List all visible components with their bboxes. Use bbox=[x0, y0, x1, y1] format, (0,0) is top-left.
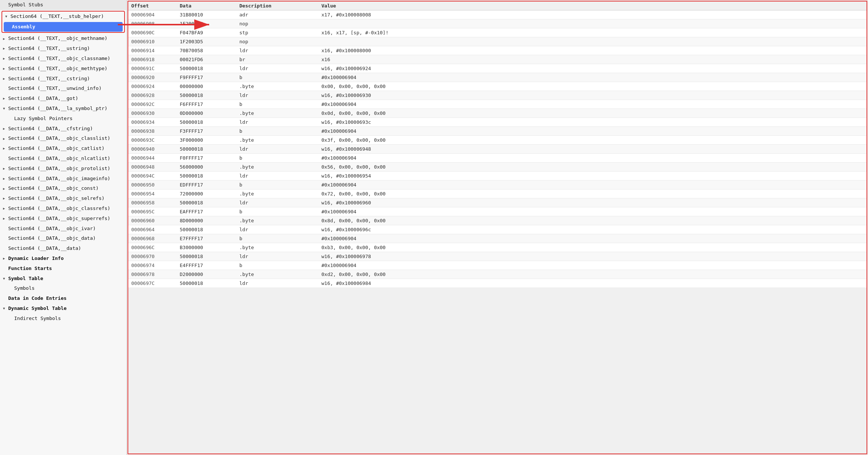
sidebar-item-section64-selrefs[interactable]: Section64 (__DATA,__objc_selrefs) bbox=[0, 194, 126, 204]
sidebar-item-label: Section64 (__DATA,__objc_nlcatlist) bbox=[8, 155, 110, 163]
cell-offset: 00006910 bbox=[131, 39, 180, 44]
table-row[interactable]: 0000690431B80010adrx17, #0x100008008 bbox=[128, 10, 867, 19]
table-row[interactable]: 0000697C50000018ldrw16, #0x100006984 bbox=[128, 279, 867, 288]
sidebar-item-section64-ivar[interactable]: Section64 (__DATA,__objc_ivar) bbox=[0, 224, 126, 234]
table-row[interactable]: 0000693C3F000000.byte0x3f, 0x00, 0x00, 0… bbox=[128, 136, 867, 145]
sidebar-item-indirect-symbols[interactable]: Indirect Symbols bbox=[0, 314, 126, 324]
sidebar-item-section64-methtype[interactable]: Section64 (__TEXT,__objc_methtype) bbox=[0, 64, 126, 74]
triangle-icon bbox=[3, 36, 7, 41]
table-row[interactable]: 0000695CEAFFFF17b#0x100006904 bbox=[128, 207, 867, 216]
table-row[interactable]: 0000695472000000.byte0x72, 0x00, 0x00, 0… bbox=[128, 189, 867, 198]
cell-data: 50000018 bbox=[180, 254, 239, 259]
sidebar-item-section64-ustring[interactable]: Section64 (__TEXT,__ustring) bbox=[0, 44, 126, 54]
cell-value: 0xb3, 0x00, 0x00, 0x00 bbox=[321, 245, 864, 250]
sidebar-item-symbols[interactable]: Symbols bbox=[0, 283, 126, 294]
table-row[interactable]: 00006944F0FFFF17b#0x100006904 bbox=[128, 154, 867, 163]
sidebar-item-dynamic-symbol-table[interactable]: Dynamic Symbol Table bbox=[0, 304, 126, 314]
table-row[interactable]: 0000696CB3000000.byte0xb3, 0x00, 0x00, 0… bbox=[128, 243, 867, 252]
triangle-icon bbox=[3, 206, 7, 211]
cell-offset: 00006974 bbox=[131, 263, 180, 268]
sidebar-item-section64-const[interactable]: Section64 (__DATA,__objc_const) bbox=[0, 183, 126, 194]
sidebar-item-section64-data2[interactable]: Section64 (__DATA,__data) bbox=[0, 244, 126, 254]
sidebar-item-function-starts[interactable]: Function Starts bbox=[0, 264, 126, 274]
sidebar-item-section64-protolist[interactable]: Section64 (__DATA,__objc_protolist) bbox=[0, 164, 126, 174]
table-row[interactable]: 0000697050000018ldrw16, #0x100006978 bbox=[128, 252, 867, 261]
sidebar-item-section64-cfstring[interactable]: Section64 (__DATA,__cfstring) bbox=[0, 124, 126, 134]
table-row[interactable]: 0000692400000000.byte0x00, 0x00, 0x00, 0… bbox=[128, 82, 867, 91]
table-row[interactable]: 0000691470B70058ldrx16, #0x100008000 bbox=[128, 46, 867, 55]
table-row[interactable]: 0000690CF047BFA9stpx16, x17, [sp, #-0x10… bbox=[128, 28, 867, 37]
cell-offset: 0000694C bbox=[131, 173, 180, 179]
cell-desc: ldr bbox=[239, 173, 321, 179]
cell-value: #0x100006904 bbox=[321, 128, 864, 134]
sidebar-item-section64-catlist[interactable]: Section64 (__DATA,__objc_catlist) bbox=[0, 144, 126, 154]
table-row[interactable]: 00006920F9FFFF17b#0x100006904 bbox=[128, 73, 867, 82]
cell-desc: b bbox=[239, 263, 321, 268]
table-row[interactable]: 000069081F2003D5nop bbox=[128, 19, 867, 28]
table-row[interactable]: 00006974E4FFFF17b#0x100006904 bbox=[128, 261, 867, 270]
table-row[interactable]: 00006938F3FFFF17b#0x100006904 bbox=[128, 127, 867, 136]
cell-offset: 00006944 bbox=[131, 155, 180, 161]
table-row[interactable]: 000069101F2003D5nop bbox=[128, 37, 867, 46]
cell-value: #0x100006904 bbox=[321, 263, 864, 268]
cell-offset: 00006970 bbox=[131, 254, 180, 259]
sidebar-item-section64-superrefs[interactable]: Section64 (__DATA,__objc_superrefs) bbox=[0, 214, 126, 224]
table-row[interactable]: 0000693450000018ldrw16, #0x10000693c bbox=[128, 118, 867, 127]
table-row[interactable]: 00006950EDFFFF17b#0x100006904 bbox=[128, 181, 867, 189]
sidebar-item-section64-la-symbol[interactable]: Section64 (__DATA,__la_symbol_ptr) bbox=[0, 104, 126, 114]
sidebar-item-dynamic-loader[interactable]: Dynamic Loader Info bbox=[0, 254, 126, 264]
table-row[interactable]: 000069608D000000.byte0x8d, 0x00, 0x00, 0… bbox=[128, 216, 867, 225]
main-panel: Offset Data Description Value 0000690431… bbox=[128, 1, 867, 454]
cell-desc: .byte bbox=[239, 84, 321, 89]
sidebar-item-section64-unwind[interactable]: Section64 (__TEXT,__unwind_info) bbox=[0, 84, 126, 94]
sidebar-item-section64-methname[interactable]: Section64 (__TEXT,__objc_methname) bbox=[0, 34, 126, 44]
table-body[interactable]: 0000690431B80010adrx17, #0x1000080080000… bbox=[128, 10, 867, 454]
table-row[interactable]: 0000694856000000.byte0x56, 0x00, 0x00, 0… bbox=[128, 163, 867, 172]
sidebar-item-section64-classlist[interactable]: Section64 (__DATA,__objc_classlist) bbox=[0, 134, 126, 144]
sidebar-item-section64-cstring[interactable]: Section64 (__TEXT,__cstring) bbox=[0, 74, 126, 84]
table-row[interactable]: 0000696450000018ldrw16, #0x10000696c bbox=[128, 225, 867, 234]
cell-data: E7FFFF17 bbox=[180, 236, 239, 241]
triangle-icon bbox=[3, 126, 7, 131]
sidebar-item-assembly[interactable]: Assembly bbox=[4, 22, 123, 32]
cell-desc: .byte bbox=[239, 164, 321, 170]
sidebar-item-section64-nlcatlist[interactable]: Section64 (__DATA,__objc_nlcatlist) bbox=[0, 154, 126, 164]
sidebar-item-data-in-code[interactable]: Data in Code Entries bbox=[0, 294, 126, 304]
sidebar[interactable]: Symbol StubsSection64 (__TEXT,__stub_hel… bbox=[0, 0, 127, 455]
triangle-icon bbox=[3, 196, 7, 201]
sidebar-item-section64-classname[interactable]: Section64 (__TEXT,__objc_classname) bbox=[0, 54, 126, 64]
cell-offset: 00006960 bbox=[131, 218, 180, 223]
table-row[interactable]: 000069300D000000.byte0x0d, 0x00, 0x00, 0… bbox=[128, 109, 867, 118]
col-offset: Offset bbox=[131, 3, 180, 9]
sidebar-item-section64-data[interactable]: Section64 (__DATA,__objc_data) bbox=[0, 233, 126, 244]
sidebar-item-section64-stub-helper[interactable]: Section64 (__TEXT,__stub_helper) bbox=[2, 12, 124, 22]
table-row[interactable]: 0000691C50000018ldrw16, #0x100006924 bbox=[128, 64, 867, 73]
sidebar-item-section64-classrefs[interactable]: Section64 (__DATA,__objc_classrefs) bbox=[0, 204, 126, 214]
sidebar-item-section64-imageinfo[interactable]: Section64 (__DATA,__objc_imageinfo) bbox=[0, 174, 126, 184]
cell-offset: 00006928 bbox=[131, 92, 180, 98]
cell-desc: b bbox=[239, 209, 321, 214]
cell-offset: 00006958 bbox=[131, 200, 180, 205]
sidebar-item-lazy-symbol-pointers[interactable]: Lazy Symbol Pointers bbox=[0, 114, 126, 124]
sidebar-item-symbol-stubs[interactable]: Symbol Stubs bbox=[0, 0, 126, 10]
sidebar-item-section64-got[interactable]: Section64 (__DATA,__got) bbox=[0, 94, 126, 104]
table-row[interactable]: 0000694C50000018ldrw16, #0x100006954 bbox=[128, 172, 867, 181]
table-row[interactable]: 0000692CF6FFFF17b#0x100006904 bbox=[128, 100, 867, 109]
cell-value: 0x3f, 0x00, 0x00, 0x00 bbox=[321, 137, 864, 143]
cell-desc: ldr bbox=[239, 200, 321, 205]
table-row[interactable]: 0000694050000018ldrw16, #0x100006948 bbox=[128, 145, 867, 154]
cell-desc: .byte bbox=[239, 110, 321, 116]
table-row[interactable]: 0000691800021FD6brx16 bbox=[128, 55, 867, 64]
table-row[interactable]: 00006968E7FFFF17b#0x100006904 bbox=[128, 234, 867, 243]
cell-offset: 00006904 bbox=[131, 12, 180, 18]
cell-value: w16, #0x10000693c bbox=[321, 119, 864, 125]
sidebar-item-symbol-table[interactable]: Symbol Table bbox=[0, 274, 126, 284]
cell-desc: b bbox=[239, 101, 321, 107]
table-row[interactable]: 0000695850000018ldrw16, #0x100006960 bbox=[128, 198, 867, 207]
triangle-icon bbox=[3, 146, 7, 151]
triangle-icon bbox=[3, 256, 7, 261]
table-row[interactable]: 00006978D2000000.byte0xd2, 0x00, 0x00, 0… bbox=[128, 270, 867, 279]
sidebar-item-label: Section64 (__TEXT,__objc_methtype) bbox=[8, 65, 107, 73]
cell-value: w16, #0x100006924 bbox=[321, 66, 864, 71]
table-row[interactable]: 0000692850000018ldrw16, #0x100006930 bbox=[128, 91, 867, 100]
